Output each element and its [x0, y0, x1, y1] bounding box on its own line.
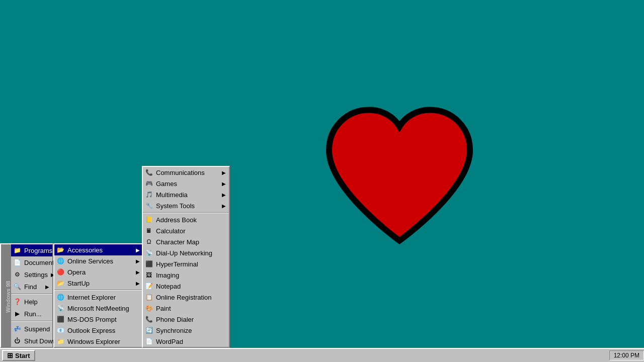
acc-item-multimedia[interactable]: 🎵 Multimedia ▶	[143, 189, 229, 200]
hyperterminal-icon: ⬛	[145, 260, 153, 268]
start-button[interactable]: ⊞ Start	[2, 350, 35, 361]
suspend-icon: 💤	[13, 325, 21, 333]
find-icon: 🔍	[13, 283, 21, 291]
opera-icon: 🔴	[56, 268, 64, 276]
acc-item-online-reg[interactable]: 📋 Online Registration	[143, 292, 229, 303]
programs-item-startup[interactable]: 📂 StartUp ▶	[54, 278, 143, 289]
notepad-label: Notepad	[156, 283, 181, 290]
online-reg-label: Online Registration	[156, 294, 212, 301]
acc-item-imaging[interactable]: 🖼 Imaging	[143, 269, 229, 281]
acc-item-system-tools[interactable]: 🔧 System Tools ▶	[143, 200, 229, 211]
programs-label: Programs	[24, 247, 52, 254]
startup-arrow: ▶	[136, 281, 140, 286]
find-arrow: ▶	[45, 284, 49, 290]
programs-item-opera[interactable]: 🔴 Opera ▶	[54, 266, 143, 278]
acc-item-dialup[interactable]: 📡 Dial-Up Networking	[143, 247, 229, 258]
start-menu-item-suspend[interactable]: 💤 Suspend	[11, 323, 52, 335]
online-services-icon: 🌐	[56, 257, 64, 265]
windows-logo-icon: ⊞	[7, 351, 13, 359]
imaging-icon: 🖼	[145, 271, 153, 279]
start-menu-item-shutdown[interactable]: ⏻ Shut Down...	[11, 335, 52, 347]
acc-item-wordpad[interactable]: 📄 WordPad	[143, 336, 229, 347]
paint-label: Paint	[156, 305, 171, 312]
multimedia-label: Multimedia	[156, 191, 188, 199]
acc-item-paint[interactable]: 🎨 Paint	[143, 303, 229, 314]
start-menu-item-find[interactable]: 🔍 Find ▶	[11, 281, 52, 293]
start-menu-item-programs[interactable]: 📁 Programs ▶	[11, 244, 52, 256]
online-services-arrow: ▶	[136, 258, 140, 264]
acc-item-phone-dialer[interactable]: 📞 Phone Dialer	[143, 314, 229, 325]
outlook-label: Outlook Express	[67, 327, 115, 334]
calculator-icon: 🖩	[145, 227, 153, 235]
programs-item-accessories[interactable]: 📂 Accessories ▶	[54, 244, 143, 255]
paint-icon: 🎨	[145, 304, 153, 312]
start-menu-item-run[interactable]: ▶ Run...	[11, 308, 52, 320]
msdos-icon: ⬛	[56, 315, 64, 323]
dialup-icon: 📡	[145, 249, 153, 257]
settings-label: Settings	[24, 271, 48, 279]
opera-arrow: ▶	[136, 269, 140, 275]
programs-item-netmeeting[interactable]: 📡 Microsoft NetMeeting	[54, 303, 143, 314]
acc-item-address-book[interactable]: 📒 Address Book	[143, 214, 229, 225]
documents-label: Documents	[24, 259, 57, 266]
synchronize-label: Synchronize	[156, 327, 192, 334]
help-icon: ❓	[13, 298, 21, 306]
acc-item-synchronize[interactable]: 🔄 Synchronize	[143, 325, 229, 336]
msdos-label: MS-DOS Prompt	[67, 316, 117, 323]
notepad-icon: 📝	[145, 282, 153, 290]
acc-item-calculator[interactable]: 🖩 Calculator	[143, 225, 229, 236]
acc-separator	[143, 212, 229, 213]
separator-1	[11, 294, 52, 295]
programs-item-ie[interactable]: 🌐 Internet Explorer	[54, 292, 143, 303]
acc-item-notepad[interactable]: 📝 Notepad	[143, 281, 229, 292]
opera-label: Opera	[67, 268, 86, 276]
communications-arrow: ▶	[222, 170, 226, 175]
acc-item-communications[interactable]: 📞 Communications ▶	[143, 167, 229, 178]
programs-menu: 📂 Accessories ▶ 🌐 Online Services ▶ 🔴 Op…	[53, 243, 144, 348]
phone-dialer-icon: 📞	[145, 315, 153, 323]
ie-icon: 🌐	[56, 293, 64, 301]
system-clock: 12:00 PM	[609, 350, 644, 360]
programs-item-msdos[interactable]: ⬛ MS-DOS Prompt	[54, 314, 143, 325]
multimedia-icon: 🎵	[145, 191, 153, 199]
hyperterminal-label: HyperTerminal	[156, 260, 198, 268]
games-label: Games	[156, 180, 177, 188]
acc-item-character-map[interactable]: Ω Character Map	[143, 236, 229, 247]
programs-item-winexplorer[interactable]: 📁 Windows Explorer	[54, 336, 143, 347]
wordpad-label: WordPad	[156, 338, 183, 345]
acc-item-hyperterminal[interactable]: ⬛ HyperTerminal	[143, 258, 229, 269]
dialup-label: Dial-Up Networking	[156, 249, 212, 257]
programs-item-online-services[interactable]: 🌐 Online Services ▶	[54, 255, 143, 266]
run-label: Run...	[24, 310, 42, 318]
communications-label: Communications	[156, 169, 205, 176]
desktop: ⊞ Start 12:00 PM Windows 98 📁 Programs ▶…	[0, 0, 644, 362]
multimedia-arrow: ▶	[222, 192, 226, 198]
imaging-label: Imaging	[156, 272, 179, 279]
outlook-icon: 📧	[56, 326, 64, 334]
address-book-icon: 📒	[145, 216, 153, 224]
games-arrow: ▶	[222, 181, 226, 187]
winexplorer-icon: 📁	[56, 337, 64, 345]
suspend-label: Suspend	[24, 325, 50, 333]
character-map-label: Character Map	[156, 238, 199, 246]
synchronize-icon: 🔄	[145, 326, 153, 334]
help-label: Help	[24, 298, 38, 306]
programs-separator	[54, 290, 143, 291]
start-menu-item-help[interactable]: ❓ Help	[11, 296, 52, 308]
find-label: Find	[24, 283, 37, 291]
startup-label: StartUp	[67, 280, 90, 287]
acc-item-games[interactable]: 🎮 Games ▶	[143, 178, 229, 189]
start-menu-sidebar: Windows 98	[1, 244, 11, 347]
calculator-label: Calculator	[156, 227, 186, 235]
wordpad-icon: 📄	[145, 337, 153, 345]
system-tools-label: System Tools	[156, 202, 195, 210]
start-menu-item-documents[interactable]: 📄 Documents ▶	[11, 256, 52, 268]
accessories-arrow: ▶	[136, 247, 140, 253]
accessories-menu: 📞 Communications ▶ 🎮 Games ▶ 🎵 Multimedi…	[142, 166, 230, 348]
netmeeting-label: Microsoft NetMeeting	[67, 305, 129, 312]
accessories-icon: 📂	[56, 246, 64, 254]
start-menu-item-settings[interactable]: ⚙ Settings ▶	[11, 268, 52, 281]
programs-item-outlook[interactable]: 📧 Outlook Express	[54, 325, 143, 336]
netmeeting-icon: 📡	[56, 304, 64, 312]
accessories-label: Accessories	[67, 246, 103, 254]
